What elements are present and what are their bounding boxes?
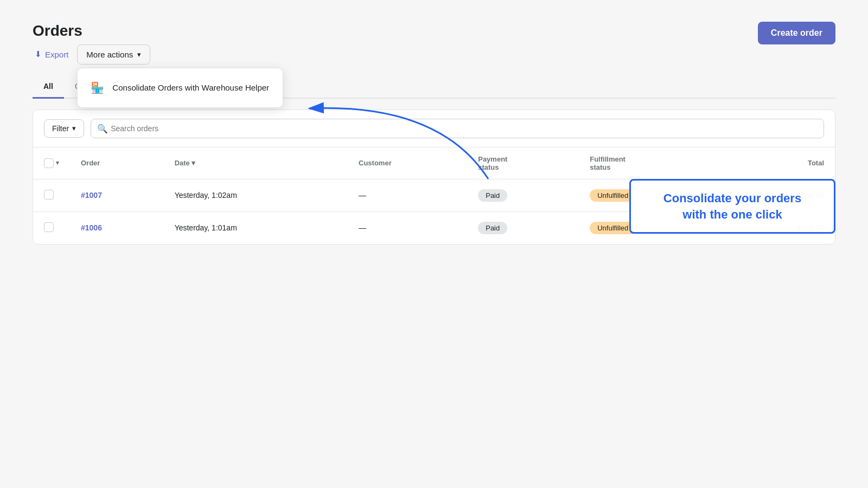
search-input[interactable] [91,119,824,138]
order-link[interactable]: #1006 [81,223,102,232]
row-checkbox-cell [33,211,70,244]
warehouse-helper-icon: 🏪 [88,79,106,97]
payment-status-badge: Paid [478,222,507,234]
search-icon: 🔍 [97,123,108,133]
export-button[interactable]: ⬇ Export [33,45,71,63]
chevron-down-icon: ▾ [137,50,141,59]
select-all-checkbox[interactable] [44,158,54,168]
orders-page: Orders ⬇ Export More actions ▾ 🏪 Con [0,0,868,488]
page-title: Orders [33,22,150,40]
col-customer: Customer [348,147,467,179]
col-payment-status: Paymentstatus [467,147,579,179]
payment-status-badge: Paid [478,189,507,202]
more-actions-dropdown: 🏪 Consolidate Orders with Warehouse Help… [77,68,283,108]
row-date: Yesterday, 1:02am [164,179,348,211]
tab-all[interactable]: All [33,75,64,99]
row-checkbox[interactable] [44,190,54,200]
filter-chevron-icon: ▾ [72,124,76,132]
select-all-header: ▾ [33,147,70,179]
page-header: Orders ⬇ Export More actions ▾ 🏪 Con [33,22,835,65]
col-fulfillment-status: Fulfillmentstatus [579,147,727,179]
search-wrap: 🔍 [91,119,824,138]
header-actions: ⬇ Export More actions ▾ 🏪 Consolidate Or… [33,44,150,65]
row-order-id[interactable]: #1007 [70,179,164,211]
row-payment-status: Paid [467,211,579,244]
row-payment-status: Paid [467,179,579,211]
annotation-box: Consolidate your orderswith the one clic… [629,179,835,234]
more-actions-button[interactable]: More actions ▾ [77,44,150,65]
col-total: Total [727,147,835,179]
checkbox-chevron-icon: ▾ [56,159,59,166]
filter-button[interactable]: Filter ▾ [44,119,84,138]
row-customer: — [348,211,467,244]
col-order: Order [70,147,164,179]
row-checkbox[interactable] [44,222,54,232]
filter-row: Filter ▾ 🔍 [33,110,835,147]
row-checkbox-cell [33,179,70,211]
col-date: Date ▾ [164,147,348,179]
order-link[interactable]: #1007 [81,191,102,200]
row-date: Yesterday, 1:01am [164,211,348,244]
more-actions-container: More actions ▾ 🏪 Consolidate Orders with… [77,44,150,65]
header-left: Orders ⬇ Export More actions ▾ 🏪 Con [33,22,150,65]
consolidate-orders-item[interactable]: 🏪 Consolidate Orders with Warehouse Help… [78,73,283,103]
row-customer: — [348,179,467,211]
row-order-id[interactable]: #1006 [70,211,164,244]
create-order-button[interactable]: Create order [758,22,835,44]
annotation-text: Consolidate your orderswith the one clic… [644,190,821,222]
export-icon: ⬇ [35,49,42,59]
